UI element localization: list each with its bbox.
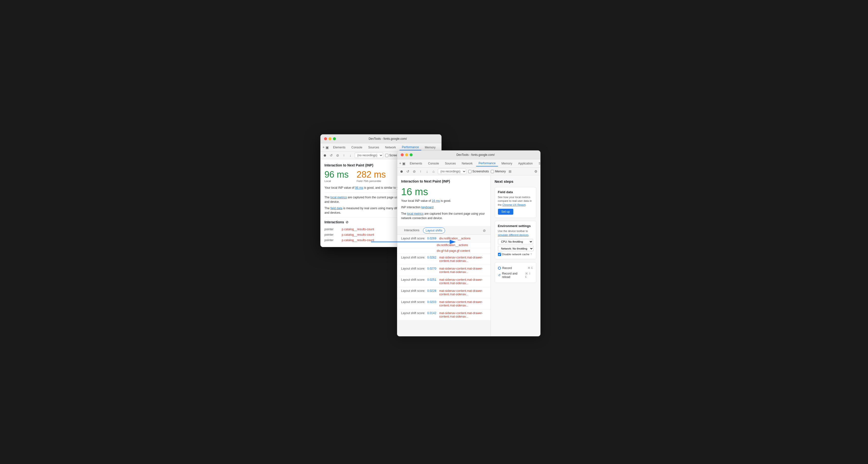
record-icon-2[interactable]: ⏺ bbox=[399, 169, 404, 174]
disable-cache-checkbox[interactable] bbox=[498, 253, 501, 256]
ls-target-2[interactable]: mat-sidenav-content.mat-drawer-content.m… bbox=[439, 267, 487, 274]
simulate-devices-link[interactable]: simulate different devices bbox=[498, 234, 529, 237]
upload-icon-1[interactable]: ↑ bbox=[342, 153, 346, 158]
tab-console-1[interactable]: Console bbox=[349, 145, 365, 150]
record-text: Record bbox=[502, 267, 512, 270]
tab-performance-2[interactable]: Performance bbox=[476, 160, 498, 166]
memory-check-2[interactable] bbox=[491, 170, 494, 173]
tab-application-1[interactable]: Application bbox=[439, 145, 441, 150]
ls-score-label-2: Layout shift score: bbox=[401, 267, 425, 270]
tab-memory-1[interactable]: Memory bbox=[422, 145, 438, 150]
tab-layout-shifts-2[interactable]: Layout shifts bbox=[423, 227, 445, 234]
tab-interactions-2[interactable]: Interactions bbox=[401, 226, 423, 235]
ls-target-3[interactable]: mat-sidenav-content.mat-drawer-content.m… bbox=[439, 278, 487, 285]
ls-target-1[interactable]: mat-sidenav-content.mat-drawer-content.m… bbox=[439, 256, 487, 263]
field-data-link-1[interactable]: field data bbox=[331, 207, 343, 210]
setup-button[interactable]: Set up bbox=[498, 209, 514, 215]
screenshots-check-2[interactable] bbox=[468, 170, 471, 173]
settings-icon-3[interactable]: ⚙ bbox=[534, 169, 538, 174]
field-value: 282 ms bbox=[357, 170, 386, 179]
local-metrics-link-1[interactable]: local metrics bbox=[331, 196, 347, 199]
local-metrics-link-2[interactable]: local metrics bbox=[407, 212, 424, 215]
disable-cache-text: Disable network cache bbox=[502, 253, 530, 256]
block-icon-2[interactable]: ⊘ bbox=[482, 228, 487, 233]
tab-sources-2[interactable]: Sources bbox=[442, 161, 458, 166]
cpu-select[interactable]: CPU: No throttling bbox=[498, 239, 533, 244]
tab-network-1[interactable]: Network bbox=[383, 145, 399, 150]
tab-security-2[interactable]: Security bbox=[536, 161, 540, 166]
local-value: 96 ms bbox=[324, 170, 349, 179]
ls-score-value-2[interactable]: 0.0270 bbox=[427, 267, 436, 270]
disable-cache-label[interactable]: Disable network cache ? bbox=[498, 253, 533, 256]
ls-target-0[interactable]: div.notification__actions bbox=[439, 237, 487, 240]
maximize-button-2[interactable] bbox=[410, 153, 412, 156]
field-label: Field 75th percentile bbox=[357, 180, 386, 183]
record-icon-1[interactable]: ⏺ bbox=[322, 153, 327, 158]
ls-score-value-0[interactable]: 0.0269 bbox=[427, 237, 436, 240]
tab-application-2[interactable]: Application bbox=[516, 161, 535, 166]
block-icon-1: ⊘ bbox=[346, 220, 348, 224]
right-panel: Next steps Field data See how your local… bbox=[491, 175, 540, 336]
minimize-button-1[interactable] bbox=[329, 137, 332, 140]
tab-console-2[interactable]: Console bbox=[426, 161, 441, 166]
toolbar2-2: ⏺ ↺ ⊘ ↑ ↓ ⌂ (no recordings) Screenshots … bbox=[397, 168, 540, 175]
screenshots-checkbox-2[interactable]: Screenshots bbox=[468, 170, 489, 173]
recording-select-2[interactable]: (no recordings) bbox=[438, 169, 466, 174]
ls-sub-2: div.gf-full-page.gf-content bbox=[397, 248, 491, 254]
int-type-3: pointer bbox=[324, 239, 342, 242]
ls-score-value-4[interactable]: 0.0228 bbox=[427, 289, 436, 292]
field-data-desc: See how your local metrics compare to re… bbox=[498, 195, 533, 207]
minimize-button-2[interactable] bbox=[405, 153, 408, 156]
cursor-icon[interactable]: ⌖ bbox=[322, 145, 324, 150]
inp-value-link-1[interactable]: 96 ms bbox=[355, 186, 363, 189]
inp-value-2: 16 ms bbox=[401, 186, 487, 197]
clear-icon-2[interactable]: ⊘ bbox=[412, 169, 416, 174]
clear-icon-1[interactable]: ⊘ bbox=[335, 153, 340, 158]
window-title-2: DevTools - fonts.google.com/ bbox=[414, 153, 537, 157]
ls-score-value-3[interactable]: 0.0251 bbox=[427, 278, 436, 281]
help-icon[interactable]: ? bbox=[530, 253, 532, 256]
ls-score-label-5: Layout shift score: bbox=[401, 300, 425, 304]
chrome-ux-link[interactable]: Chrome UX Report bbox=[502, 203, 526, 206]
network-select[interactable]: Network: No throttling bbox=[498, 246, 533, 251]
tab-sources-1[interactable]: Sources bbox=[366, 145, 382, 150]
titlebar-2: DevTools - fonts.google.com/ bbox=[397, 151, 540, 159]
keyboard-link[interactable]: keyboard bbox=[421, 206, 433, 209]
ls-score-value-1[interactable]: 0.0282 bbox=[427, 256, 436, 259]
traffic-lights-2 bbox=[401, 153, 412, 156]
ls-score-value-6[interactable]: 0.0142 bbox=[427, 311, 436, 315]
record-reload-label: ↺ Record and reload bbox=[498, 272, 525, 279]
int-type-2: pointer bbox=[324, 233, 342, 237]
reload-icon-1[interactable]: ↺ bbox=[329, 153, 334, 158]
reload-icon-2[interactable]: ↺ bbox=[406, 169, 410, 174]
inp-value-link-2[interactable]: 16 ms bbox=[432, 199, 440, 203]
recording-select-1[interactable]: (no recordings) bbox=[355, 153, 383, 158]
ls-score-label-0: Layout shift score: bbox=[401, 237, 425, 240]
maximize-button-1[interactable] bbox=[333, 137, 336, 140]
cpu-icon-2[interactable]: ⊞ bbox=[508, 169, 512, 174]
download-icon-1[interactable]: ↓ bbox=[348, 153, 353, 158]
ls-score-value-5[interactable]: 0.0203 bbox=[427, 300, 436, 304]
tab-memory-2[interactable]: Memory bbox=[499, 161, 515, 166]
device-icon-2[interactable]: ▣ bbox=[402, 161, 405, 166]
ls-target-4[interactable]: mat-sidenav-content.mat-drawer-content.m… bbox=[439, 289, 487, 296]
tab-elements-2[interactable]: Elements bbox=[407, 161, 425, 166]
download-icon-2[interactable]: ↓ bbox=[425, 169, 429, 174]
ls-target-6[interactable]: mat-sidenav-content.mat-drawer-content.m… bbox=[439, 311, 487, 318]
inp-title-2: Interaction to Next Paint (INP) bbox=[401, 179, 487, 183]
cursor-icon-2[interactable]: ⌖ bbox=[399, 161, 401, 166]
ls-target-5[interactable]: mat-sidenav-content.mat-drawer-content.m… bbox=[439, 300, 487, 307]
close-button-1[interactable] bbox=[324, 137, 327, 140]
memory-checkbox-2[interactable]: Memory bbox=[491, 170, 506, 173]
record-section: Record ⌘ E ↺ Record and reload ⌘ ⇧ E bbox=[495, 262, 536, 283]
screenshots-check-1[interactable] bbox=[385, 154, 389, 157]
tab-network-2[interactable]: Network bbox=[459, 161, 475, 166]
toolbar-2-1: ⌖ ▣ Elements Console Sources Network Per… bbox=[397, 159, 540, 168]
upload-icon-2[interactable]: ↑ bbox=[418, 169, 423, 174]
device-icon[interactable]: ▣ bbox=[326, 145, 329, 150]
tab-elements-1[interactable]: Elements bbox=[331, 145, 348, 150]
home-icon-2[interactable]: ⌂ bbox=[431, 169, 436, 174]
int-type-1: pointer bbox=[324, 227, 342, 231]
close-button-2[interactable] bbox=[401, 153, 404, 156]
tab-performance-1[interactable]: Performance bbox=[400, 145, 422, 150]
